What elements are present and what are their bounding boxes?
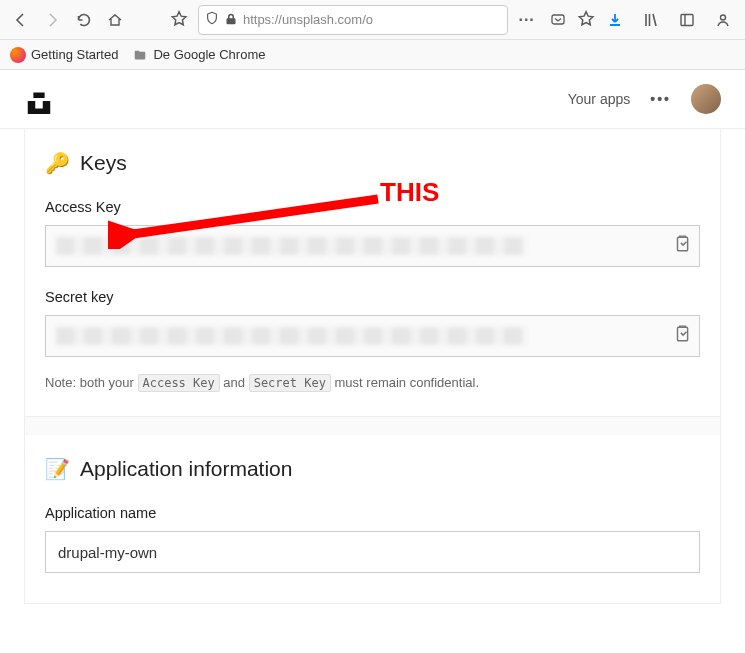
avatar[interactable] bbox=[691, 84, 721, 114]
section-title-text: Application information bbox=[80, 457, 292, 481]
pocket-icon[interactable] bbox=[545, 6, 570, 34]
copy-access-key-icon[interactable] bbox=[673, 235, 691, 257]
edit-icon: 📝 bbox=[45, 457, 70, 481]
bookmark-label: Getting Started bbox=[31, 47, 118, 62]
url-input[interactable] bbox=[243, 12, 501, 27]
bookmark-label: De Google Chrome bbox=[153, 47, 265, 62]
bookmark-star-icon[interactable] bbox=[577, 10, 595, 30]
secret-key-redacted bbox=[56, 327, 526, 345]
page-content: THIS 🔑 Keys Access Key Secret key Note: … bbox=[0, 129, 745, 604]
copy-secret-key-icon[interactable] bbox=[673, 325, 691, 347]
back-button[interactable] bbox=[8, 6, 33, 34]
unsplash-logo-icon[interactable] bbox=[24, 84, 54, 114]
reload-button[interactable] bbox=[71, 6, 96, 34]
note-text: Note: both your bbox=[45, 375, 138, 390]
note-text: must remain confidential. bbox=[331, 375, 479, 390]
forward-button bbox=[39, 6, 64, 34]
note-text: and bbox=[220, 375, 249, 390]
page-actions-icon[interactable]: ··· bbox=[514, 6, 539, 34]
access-key-redacted bbox=[56, 237, 526, 255]
bookmarks-bar: Getting Started De Google Chrome bbox=[0, 40, 745, 70]
lock-icon bbox=[225, 11, 237, 29]
bookmark-folder-chrome[interactable]: De Google Chrome bbox=[132, 47, 265, 63]
account-icon[interactable] bbox=[709, 6, 737, 34]
sidebar-icon[interactable] bbox=[673, 6, 701, 34]
note-code-access: Access Key bbox=[138, 374, 220, 392]
highlights-icon[interactable] bbox=[170, 10, 188, 30]
app-info-section: 📝 Application information Application na… bbox=[24, 435, 721, 604]
folder-icon bbox=[132, 47, 148, 63]
section-gap bbox=[24, 417, 721, 435]
keys-note: Note: both your Access Key and Secret Ke… bbox=[45, 375, 700, 390]
keys-section-title: 🔑 Keys bbox=[45, 151, 700, 175]
home-button[interactable] bbox=[102, 6, 127, 34]
app-name-input[interactable] bbox=[45, 531, 700, 573]
key-icon: 🔑 bbox=[45, 151, 70, 175]
note-code-secret: Secret Key bbox=[249, 374, 331, 392]
bookmark-getting-started[interactable]: Getting Started bbox=[10, 47, 118, 63]
keys-section: 🔑 Keys Access Key Secret key Note: both … bbox=[24, 129, 721, 417]
secret-key-label: Secret key bbox=[45, 289, 700, 305]
your-apps-link[interactable]: Your apps bbox=[568, 91, 631, 107]
more-menu-icon[interactable]: ••• bbox=[650, 91, 671, 107]
svg-rect-0 bbox=[552, 15, 564, 24]
access-key-field[interactable] bbox=[45, 225, 700, 267]
access-key-label: Access Key bbox=[45, 199, 700, 215]
firefox-favicon bbox=[10, 47, 26, 63]
browser-toolbar: ··· bbox=[0, 0, 745, 40]
svg-rect-1 bbox=[681, 14, 693, 25]
section-title-text: Keys bbox=[80, 151, 127, 175]
secret-key-field[interactable] bbox=[45, 315, 700, 357]
downloads-icon[interactable] bbox=[601, 6, 629, 34]
app-name-label: Application name bbox=[45, 505, 700, 521]
url-bar[interactable] bbox=[198, 5, 508, 35]
svg-point-2 bbox=[721, 15, 726, 20]
app-info-title: 📝 Application information bbox=[45, 457, 700, 481]
library-icon[interactable] bbox=[637, 6, 665, 34]
site-header: Your apps ••• bbox=[0, 70, 745, 129]
shield-icon[interactable] bbox=[205, 11, 219, 29]
